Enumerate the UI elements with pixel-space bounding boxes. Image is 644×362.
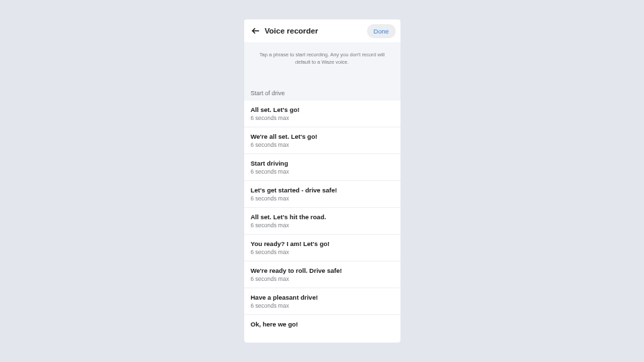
phrase-item[interactable]: Have a pleasant drive! 6 seconds max (244, 288, 400, 315)
arrow-left-icon (251, 26, 260, 36)
phrase-text: All set. Let's go! (251, 106, 394, 113)
back-button[interactable] (251, 26, 260, 36)
phrase-item[interactable]: Start driving 6 seconds max (244, 154, 400, 181)
phrase-duration: 6 seconds max (251, 141, 394, 148)
phrase-duration: 6 seconds max (251, 115, 394, 121)
phrase-text: We're all set. Let's go! (251, 133, 394, 140)
header-bar: Voice recorder Done (244, 19, 400, 42)
phrase-item[interactable]: We're ready to roll. Drive safe! 6 secon… (244, 261, 400, 288)
phrase-text: We're ready to roll. Drive safe! (251, 267, 394, 274)
phrase-duration: 6 seconds max (251, 195, 394, 202)
phrase-item[interactable]: You ready? I am! Let's go! 6 seconds max (244, 235, 400, 261)
phrase-item[interactable]: We're all set. Let's go! 6 seconds max (244, 127, 400, 154)
section-header: Start of drive (244, 74, 400, 101)
phrase-item[interactable]: All set. Let's go! 6 seconds max (244, 101, 400, 127)
phrase-duration: 6 seconds max (251, 276, 394, 282)
phrase-text: Let's get started - drive safe! (251, 186, 394, 194)
page-title: Voice recorder (265, 27, 367, 35)
phrase-duration: 6 seconds max (251, 249, 394, 255)
voice-recorder-screen: Voice recorder Done Tap a phrase to star… (244, 19, 400, 343)
done-button[interactable]: Done (367, 24, 396, 38)
phrase-item[interactable]: All set. Let's hit the road. 6 seconds m… (244, 208, 400, 235)
phrase-text: Ok, here we go! (251, 320, 394, 328)
phrase-text: Start driving (251, 160, 394, 167)
phrase-text: You ready? I am! Let's go! (251, 240, 394, 247)
phrase-text: All set. Let's hit the road. (251, 213, 394, 221)
phrase-duration: 6 seconds max (251, 168, 394, 175)
phrase-item[interactable]: Let's get started - drive safe! 6 second… (244, 181, 400, 208)
phrase-duration: 6 seconds max (251, 222, 394, 229)
phrase-list: All set. Let's go! 6 seconds max We're a… (244, 101, 400, 335)
phrase-item[interactable]: Ok, here we go! (244, 315, 400, 335)
instruction-text: Tap a phrase to start recording. Any you… (244, 42, 400, 74)
phrase-text: Have a pleasant drive! (251, 294, 394, 301)
phrase-duration: 6 seconds max (251, 302, 394, 309)
